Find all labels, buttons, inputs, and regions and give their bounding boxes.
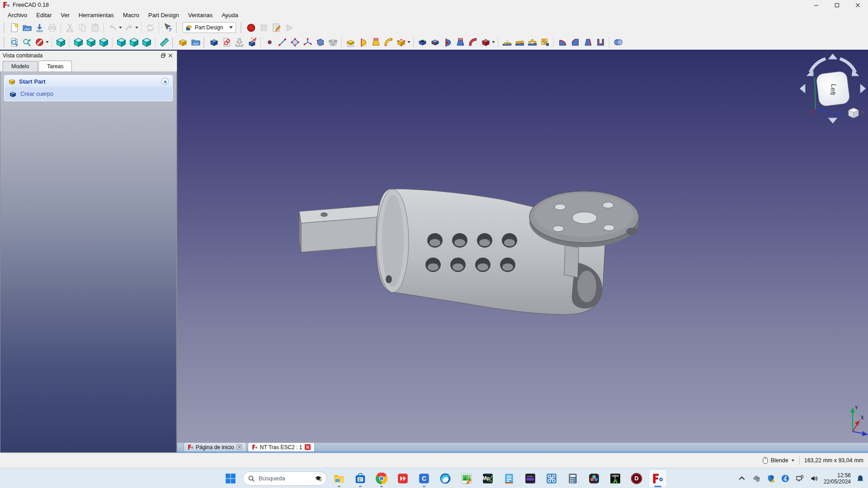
left-view-button[interactable] [140,36,153,49]
c-app-icon[interactable]: C [415,469,433,488]
minimize-button[interactable] [806,0,826,10]
additive-loft-button[interactable] [369,36,382,49]
toolbar-grip[interactable] [172,38,175,47]
cad-model[interactable] [299,189,639,314]
close-panel-button[interactable] [167,52,174,59]
taskbar-clock[interactable]: 12:56 22/05/2024 [824,472,851,485]
volume-icon[interactable] [809,474,819,483]
nav-arrow-up[interactable] [828,54,837,59]
undo-dropdown-icon[interactable] [119,21,123,34]
toolbar-grip[interactable] [4,38,6,47]
edit-sketch-button[interactable] [245,36,258,49]
tab-close-icon[interactable] [236,444,242,450]
multitransform-button[interactable] [538,36,551,49]
redo-button[interactable] [123,21,135,34]
refresh-button[interactable] [144,21,156,34]
calculator-icon[interactable] [564,469,582,488]
draw-style-button[interactable] [33,36,46,49]
tab-modelo[interactable]: Modelo [3,61,38,71]
macro-record-button[interactable] [245,21,257,34]
freecad-taskbar-icon[interactable] [649,469,667,488]
linear-pattern-button[interactable] [513,36,526,49]
undo-button[interactable] [106,21,119,34]
create-body-button[interactable] [208,36,220,49]
datum-point-button[interactable] [263,36,276,49]
nav-arrow-right[interactable] [860,84,866,93]
datum-line-button[interactable] [276,36,288,49]
pocket-button[interactable] [416,36,429,49]
thickness-button[interactable] [594,36,607,49]
menu-part-design[interactable]: Part Design [144,10,183,20]
3d-viewport[interactable]: Left Y [177,51,868,443]
search-box[interactable]: Búsqueda [243,471,327,486]
datum-plane-button[interactable] [288,36,301,49]
whats-this-button[interactable] [161,21,174,34]
bluetooth-icon[interactable] [780,474,790,483]
groove-button[interactable] [441,36,454,49]
fit-selection-button[interactable] [20,36,33,49]
edge-icon[interactable] [436,469,454,488]
print-button[interactable] [46,21,58,34]
additive-primitive-button[interactable] [395,36,407,49]
open-file-button[interactable] [20,21,33,34]
create-sketch-button[interactable] [220,36,233,49]
bottom-view-button[interactable] [127,36,140,49]
d-app-icon[interactable]: D [627,469,646,488]
local-coordinate-system-button[interactable] [301,36,314,49]
opentx-companion-icon[interactable]: OPENT [606,469,624,488]
draw-style-dropdown-icon[interactable] [46,36,49,49]
menu-ver[interactable]: Ver [57,10,74,20]
file-explorer-icon[interactable] [330,469,348,488]
macro-edit-button[interactable] [270,21,283,34]
workbench-selector[interactable]: Part Design [183,22,236,33]
toolbar-grip[interactable] [241,23,243,33]
start-button[interactable] [222,469,240,488]
rear-view-button[interactable] [115,36,127,49]
hole-button[interactable] [429,36,441,49]
measure-distance-button[interactable] [158,36,170,49]
redo-dropdown-icon[interactable] [135,21,139,34]
top-view-button[interactable] [85,36,97,49]
nav-arrow-left[interactable] [800,84,805,93]
cut-button[interactable] [63,21,76,34]
additive-pipe-button[interactable] [382,36,395,49]
front-view-button[interactable] [72,36,85,49]
subtractive-pipe-button[interactable] [467,36,479,49]
mp-app-icon[interactable]: Mp [479,469,497,488]
chrome-icon[interactable] [373,469,391,488]
blheli-configurator-icon[interactable]: BLHELI [521,469,539,488]
draft-button[interactable] [581,36,594,49]
macro-play-button[interactable] [283,21,295,34]
create-part-button[interactable] [176,36,189,49]
pad-button[interactable] [344,36,357,49]
collapse-chevron-icon[interactable] [161,78,169,85]
subtractive-loft-button[interactable] [454,36,467,49]
menu-macro[interactable]: Macro [119,10,143,20]
menu-archivo[interactable]: Archivo [4,10,31,20]
macro-stop-button[interactable] [257,21,270,34]
hidden-icons-chevron[interactable] [737,474,747,483]
shape-binder-button[interactable] [314,36,326,49]
toolbar-grip[interactable] [176,23,178,33]
onedrive-icon[interactable] [751,474,761,483]
float-panel-button[interactable] [160,52,167,59]
paste-button[interactable] [89,21,101,34]
mirrored-button[interactable] [500,36,513,49]
maximize-button[interactable] [826,0,847,10]
additive-primitive-dropdown-icon[interactable] [407,36,411,49]
copy-button[interactable] [76,21,89,34]
menu-ayuda[interactable]: Ayuda [217,10,242,20]
close-button[interactable] [847,0,868,10]
tab-nt-tras-esc2[interactable]: NT Tras ESC2 : 1 [248,442,315,451]
new-file-button[interactable] [8,21,20,34]
map-sketch-to-face-button[interactable] [233,36,245,49]
boolean-button[interactable] [612,36,624,49]
crear-cuerpo-item[interactable]: Crear cuerpo [5,87,172,101]
tab-close-icon[interactable] [305,444,311,450]
betaflight-configurator-icon[interactable] [542,469,561,488]
menu-herramientas[interactable]: Herramientas [75,10,118,20]
davinci-resolve-icon[interactable] [585,469,603,488]
clone-button[interactable] [326,36,339,49]
save-file-button[interactable] [33,21,46,34]
polar-pattern-button[interactable] [526,36,538,49]
